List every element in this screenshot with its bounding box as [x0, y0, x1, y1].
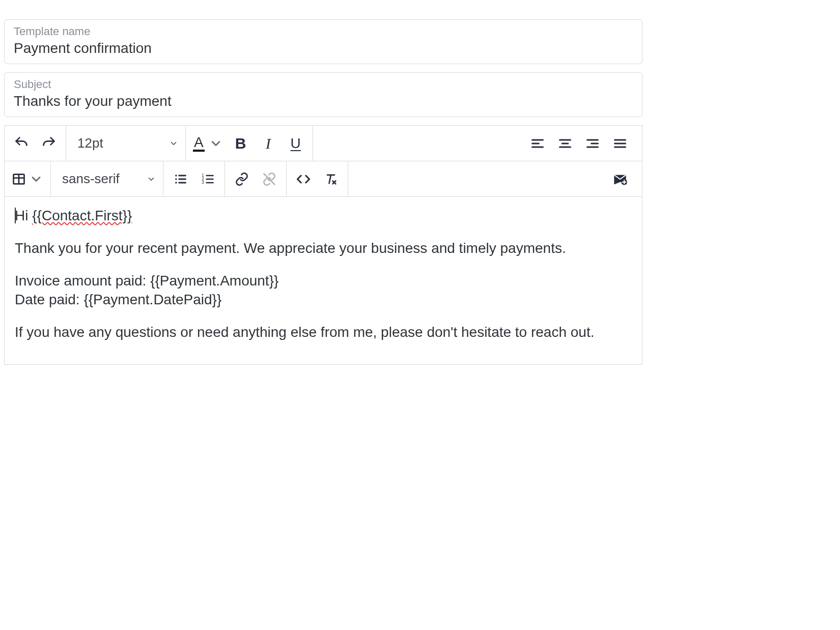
- table-icon: [12, 172, 26, 186]
- greeting-token: {{Contact.First}}: [32, 208, 132, 223]
- list-group: 123: [163, 161, 225, 196]
- source-code-button[interactable]: [291, 166, 316, 192]
- font-size-group: 12pt: [66, 126, 186, 161]
- template-name-field-group: Template name: [4, 19, 642, 64]
- font-family-select[interactable]: sans-serif: [51, 161, 163, 196]
- font-color-icon: A: [193, 135, 205, 152]
- align-center-button[interactable]: [552, 131, 578, 156]
- align-justify-button[interactable]: [607, 131, 633, 156]
- rich-text-editor: 12pt A B I U: [4, 125, 642, 365]
- italic-button[interactable]: I: [256, 131, 281, 156]
- svg-point-17: [175, 178, 177, 180]
- font-size-value: 12pt: [77, 135, 103, 151]
- align-left-button[interactable]: [525, 131, 550, 156]
- text-style-group: A B I U: [186, 126, 313, 161]
- underline-button[interactable]: U: [283, 131, 309, 156]
- history-group: [5, 126, 66, 161]
- font-family-value: sans-serif: [62, 171, 120, 187]
- greeting-prefix: Hi: [15, 208, 32, 223]
- code-group: [287, 161, 348, 196]
- align-right-button[interactable]: [580, 131, 605, 156]
- svg-point-15: [175, 175, 177, 177]
- link-group: [225, 161, 287, 196]
- insert-link-button[interactable]: [229, 166, 255, 192]
- font-color-button[interactable]: A: [190, 131, 226, 156]
- subject-field-group: Subject: [4, 72, 642, 117]
- clear-formatting-button[interactable]: [318, 166, 344, 192]
- font-family-group: sans-serif: [51, 161, 163, 196]
- insert-attachment-button[interactable]: [607, 166, 633, 192]
- svg-text:3: 3: [202, 180, 204, 185]
- table-group: [5, 161, 51, 196]
- spacer-2: [348, 161, 603, 196]
- attach-group: [603, 161, 642, 196]
- paragraph-2: If you have any questions or need anythi…: [15, 323, 632, 342]
- insert-table-button[interactable]: [9, 166, 46, 192]
- invoice-line: Invoice amount paid: {{Payment.Amount}}: [15, 271, 632, 291]
- bold-button[interactable]: B: [228, 131, 254, 156]
- email-body-editor[interactable]: Hi {{Contact.First}} Thank you for your …: [5, 197, 642, 364]
- paragraph-1: Thank you for your recent payment. We ap…: [15, 239, 632, 258]
- numbered-list-button[interactable]: 123: [195, 166, 220, 192]
- bold-icon: B: [235, 135, 246, 152]
- svg-point-19: [175, 182, 177, 184]
- align-group: [521, 126, 642, 161]
- undo-button[interactable]: [9, 131, 34, 156]
- template-name-input[interactable]: [14, 40, 633, 56]
- remove-link-button[interactable]: [257, 166, 282, 192]
- chevron-down-icon: [29, 172, 43, 186]
- underline-icon: U: [291, 135, 301, 152]
- chevron-down-icon: [147, 175, 156, 184]
- italic-icon: I: [266, 135, 271, 152]
- font-size-select[interactable]: 12pt: [66, 126, 185, 161]
- date-line: Date paid: {{Payment.DatePaid}}: [15, 290, 632, 309]
- chevron-down-icon: [169, 139, 178, 148]
- bullet-list-button[interactable]: [167, 166, 193, 192]
- template-name-label: Template name: [14, 25, 633, 38]
- spacer: [313, 126, 521, 161]
- chevron-down-icon: [209, 136, 223, 151]
- subject-label: Subject: [14, 78, 633, 91]
- subject-input[interactable]: [14, 93, 633, 109]
- toolbar-row-2: sans-serif 123: [5, 161, 642, 197]
- redo-button[interactable]: [36, 131, 62, 156]
- toolbar-row-1: 12pt A B I U: [5, 126, 642, 161]
